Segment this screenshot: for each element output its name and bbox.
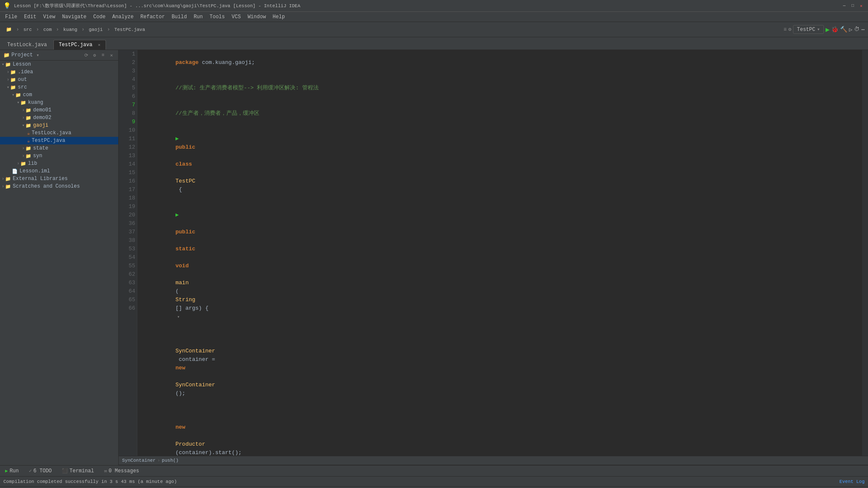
tree-node-lesson[interactable]: ▾ 📁 Lesson bbox=[0, 61, 118, 68]
line-num-66: 66 bbox=[120, 304, 135, 313]
bottom-tab-terminal[interactable]: ⬛ Terminal bbox=[57, 466, 99, 476]
line-num-53: 53 bbox=[120, 245, 135, 253]
line-num-18: 18 bbox=[120, 194, 135, 202]
tree-label-external: External Libraries bbox=[13, 176, 68, 182]
project-header: 📁 Project ▾ ⟳ ⚙ ≡ ✕ bbox=[0, 50, 118, 61]
menu-code[interactable]: Code bbox=[90, 13, 109, 21]
expand-arrow-kuang: ▾ bbox=[17, 100, 19, 105]
line-numbers: 1 2 3 4 5 6 7 8 9 10 11 12 13 14 15 16 1… bbox=[119, 50, 137, 456]
fn-main: main bbox=[175, 280, 189, 286]
breadcrumb-src[interactable]: src bbox=[21, 26, 34, 33]
tree-node-out[interactable]: › 📁 out bbox=[0, 76, 118, 83]
tree-node-com[interactable]: ▾ 📁 com bbox=[0, 91, 118, 99]
menu-refactor[interactable]: Refactor bbox=[137, 13, 168, 21]
tab-testpc-label: TestPC.java bbox=[59, 42, 92, 48]
code-content[interactable]: package com.kuang.gaoji; //测试: 生产者消费者模型-… bbox=[137, 50, 862, 456]
menu-file[interactable]: File bbox=[2, 13, 21, 21]
menubar: File Edit View Navigate Code Analyze Ref… bbox=[0, 12, 868, 22]
more-run-button[interactable]: ⋯ bbox=[861, 26, 865, 33]
menu-analyze[interactable]: Analyze bbox=[109, 13, 137, 21]
breadcrumb-com[interactable]: com bbox=[41, 26, 54, 33]
tree-node-testpc[interactable]: ☕ TestPC.java bbox=[0, 137, 118, 144]
tree-label-src: src bbox=[18, 84, 27, 90]
tree-node-src[interactable]: ▾ 📁 src bbox=[0, 83, 118, 91]
collapse-icon[interactable]: ≡ bbox=[100, 52, 106, 58]
code-area[interactable]: 1 2 3 4 5 6 7 8 9 10 11 12 13 14 15 16 1… bbox=[119, 50, 868, 456]
menu-tools[interactable]: Tools bbox=[206, 13, 228, 21]
debug-button[interactable]: 🐞 bbox=[831, 26, 838, 33]
breadcrumb-push[interactable]: push() bbox=[162, 458, 179, 463]
tree-node-gaoji[interactable]: ▾ 📁 gaoji bbox=[0, 122, 118, 129]
tab-testlock[interactable]: TestLock.java bbox=[2, 40, 53, 50]
folder-icon-syn: 📁 bbox=[25, 153, 31, 159]
tab-testlock-label: TestLock.java bbox=[7, 42, 47, 48]
maximize-button[interactable]: □ bbox=[849, 3, 856, 9]
tree-node-lib[interactable]: › 📁 lib bbox=[0, 160, 118, 167]
expand-arrow-scratches: › bbox=[2, 184, 4, 189]
tree-node-state[interactable]: › 📁 state bbox=[0, 144, 118, 152]
minimize-button[interactable]: — bbox=[841, 3, 848, 9]
tree-node-testlock[interactable]: ☕ TestLock.java bbox=[0, 129, 118, 137]
settings-icon[interactable]: ⚙ bbox=[788, 26, 791, 33]
bottom-tab-messages[interactable]: ✉ 0 Messages bbox=[99, 466, 145, 476]
tree-node-demo01[interactable]: › 📁 demo01 bbox=[0, 106, 118, 114]
line-num-17: 17 bbox=[120, 186, 135, 194]
kw-static-9: static bbox=[175, 246, 195, 252]
tree-node-syn[interactable]: › 📁 syn bbox=[0, 152, 118, 160]
cls-string: String bbox=[175, 297, 195, 303]
tab-bar: TestLock.java TestPC.java ✕ bbox=[0, 37, 868, 50]
tree-node-lessonxml[interactable]: 📄 Lesson.iml bbox=[0, 167, 118, 175]
tab-close-icon[interactable]: ✕ bbox=[98, 43, 100, 47]
fold-marker-9[interactable]: ▾ bbox=[177, 315, 180, 319]
menu-build[interactable]: Build bbox=[168, 13, 190, 21]
menu-window[interactable]: Window bbox=[244, 13, 269, 21]
tree-label-demo01: demo01 bbox=[33, 107, 51, 113]
tree-label-testlock: TestLock.java bbox=[32, 130, 72, 136]
menu-view[interactable]: View bbox=[40, 13, 59, 21]
build-button[interactable]: 🔨 bbox=[840, 26, 847, 33]
bottom-tab-todo[interactable]: ✓ 6 TODO bbox=[24, 466, 57, 476]
line-num-38: 38 bbox=[120, 236, 135, 245]
tab-testpc[interactable]: TestPC.java ✕ bbox=[53, 40, 106, 50]
breadcrumb-sep3: › bbox=[56, 27, 59, 33]
event-log-link[interactable]: Event Log bbox=[840, 479, 865, 484]
tree-node-demo02[interactable]: › 📁 demo02 bbox=[0, 114, 118, 122]
java-icon-testpc: ☕ bbox=[27, 138, 30, 144]
breadcrumb-file[interactable]: TestPC.java bbox=[112, 26, 148, 33]
coverage-button[interactable]: ▷ bbox=[849, 26, 852, 33]
hide-panel-icon[interactable]: ✕ bbox=[108, 52, 115, 58]
run-button[interactable]: ▶ bbox=[826, 25, 830, 34]
tree-node-external[interactable]: › 📁 External Libraries bbox=[0, 175, 118, 183]
right-scrollbar-gutter bbox=[862, 50, 868, 456]
breadcrumb-lesson[interactable]: 📁 bbox=[3, 26, 14, 33]
tree-node-idea[interactable]: › 📁 .idea bbox=[0, 68, 118, 76]
menu-vcs[interactable]: VCS bbox=[228, 13, 245, 21]
code-line-10: SynContainer container = new SynContaine… bbox=[142, 330, 862, 406]
line-num-12: 12 bbox=[120, 143, 135, 152]
folder-icon-lesson: 📁 bbox=[5, 62, 11, 67]
breadcrumb-kuang[interactable]: kuang bbox=[61, 26, 80, 33]
collapse-all-icon[interactable]: ≡ bbox=[784, 27, 787, 33]
sync-icon[interactable]: ⟳ bbox=[83, 52, 89, 58]
profile-button[interactable]: ⏱ bbox=[854, 26, 860, 33]
run-configuration[interactable]: TestPC ▾ bbox=[793, 25, 823, 34]
close-button[interactable]: ✕ bbox=[858, 3, 865, 9]
menu-run[interactable]: Run bbox=[190, 13, 206, 21]
breadcrumb-gaoji[interactable]: gaoji bbox=[86, 26, 105, 33]
menu-help[interactable]: Help bbox=[269, 13, 288, 21]
gear-icon[interactable]: ⚙ bbox=[91, 52, 98, 58]
bottom-tab-run[interactable]: ▶ Run bbox=[0, 466, 24, 476]
run-marker-9[interactable]: ▶ bbox=[175, 212, 179, 218]
menu-edit[interactable]: Edit bbox=[21, 13, 40, 21]
tree-node-kuang[interactable]: ▾ 📁 kuang bbox=[0, 99, 118, 106]
tree-node-scratches[interactable]: › 📁 Scratches and Consoles bbox=[0, 183, 118, 190]
app-icon: 💡 bbox=[3, 2, 11, 9]
menu-navigate[interactable]: Navigate bbox=[58, 13, 90, 21]
project-dropdown-icon[interactable]: ▾ bbox=[36, 52, 39, 58]
window-controls: — □ ✕ bbox=[841, 3, 865, 9]
breadcrumb-syncontainer[interactable]: SynContainer bbox=[122, 458, 156, 463]
code-editor[interactable]: 1 2 3 4 5 6 7 8 9 10 11 12 13 14 15 16 1… bbox=[119, 50, 868, 465]
run-marker-7[interactable]: ▶ bbox=[175, 136, 179, 142]
editor-breadcrumb: SynContainer › push() bbox=[119, 456, 868, 465]
code-line-4: //测试: 生产者消费者模型--> 利用缓冲区解决: 管程法 bbox=[142, 75, 862, 101]
